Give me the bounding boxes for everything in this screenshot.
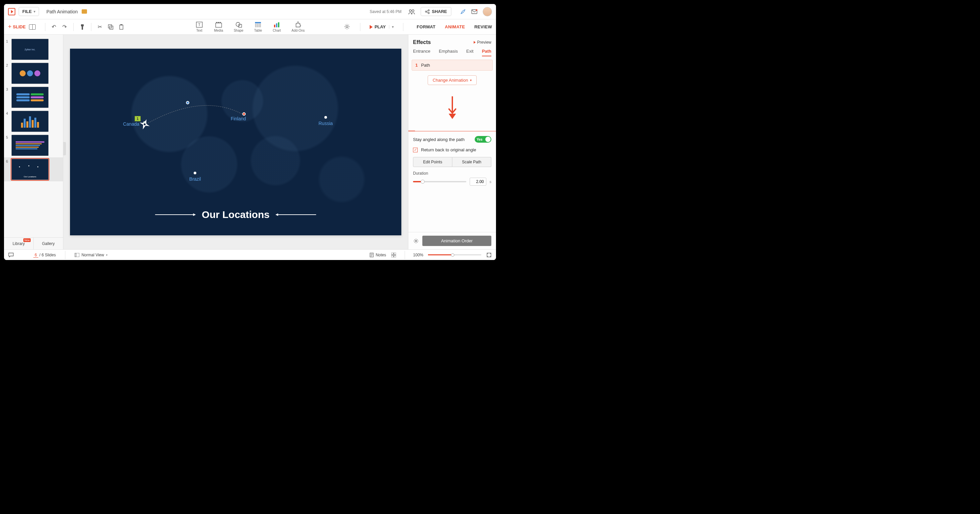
new-badge: New bbox=[23, 238, 31, 242]
settings-icon[interactable] bbox=[344, 24, 351, 30]
zoom-slider[interactable] bbox=[428, 254, 481, 255]
animation-order-button[interactable]: Animation Order bbox=[422, 236, 492, 246]
animation-list-item[interactable]: 1 Path bbox=[412, 60, 493, 71]
tab-exit[interactable]: Exit bbox=[466, 49, 474, 56]
thumbnail-preview: Our Locations bbox=[11, 159, 49, 180]
library-tabs: Library New Gallery bbox=[4, 237, 63, 249]
separator bbox=[65, 251, 65, 259]
tab-entrance[interactable]: Entrance bbox=[413, 49, 430, 56]
preview-button[interactable]: Preview bbox=[474, 40, 492, 45]
insert-tools: T Text Media Shape Table Chart Add-On bbox=[195, 21, 305, 32]
cut-button[interactable]: ✂ bbox=[95, 23, 104, 31]
mail-icon[interactable] bbox=[471, 8, 478, 15]
stay-angled-label: Stay angled along the path bbox=[413, 137, 465, 142]
document-title[interactable]: Path Animation bbox=[46, 9, 78, 14]
scale-path-button[interactable]: Scale Path bbox=[452, 157, 492, 167]
tab-format[interactable]: FORMAT bbox=[417, 24, 435, 29]
panel-resize-handle[interactable] bbox=[63, 142, 66, 155]
svg-rect-27 bbox=[278, 22, 279, 27]
tab-emphasis[interactable]: Emphasis bbox=[439, 49, 458, 56]
thumbnail-item[interactable]: 1 Zylker Inc. bbox=[4, 37, 63, 61]
edit-points-button[interactable]: Edit Points bbox=[413, 157, 452, 167]
right-panel-tabs: FORMAT ANIMATE REVIEW bbox=[417, 24, 492, 29]
svg-rect-7 bbox=[81, 24, 84, 26]
return-angle-checkbox[interactable] bbox=[413, 148, 418, 152]
tab-animate[interactable]: ANIMATE bbox=[445, 24, 465, 29]
slide-canvas[interactable]: Canada Finland Russia Brazil 1 bbox=[70, 49, 401, 235]
file-menu-label: FILE bbox=[22, 9, 32, 14]
tab-review[interactable]: REVIEW bbox=[474, 24, 492, 29]
insert-media-button[interactable]: Media bbox=[214, 21, 223, 32]
svg-point-4 bbox=[428, 12, 430, 14]
tab-path[interactable]: Path bbox=[482, 49, 492, 56]
insert-shape-button[interactable]: Shape bbox=[234, 21, 243, 32]
add-slide-button[interactable]: + SLIDE bbox=[8, 23, 25, 30]
chevron-down-icon: ▾ bbox=[106, 253, 108, 257]
insert-chart-button[interactable]: Chart bbox=[273, 21, 281, 32]
thumbnail-preview bbox=[11, 87, 49, 108]
thumbnail-preview bbox=[11, 63, 49, 84]
thumbnail-item[interactable]: 3 bbox=[4, 85, 63, 109]
thumbnail-item[interactable]: 5 bbox=[4, 133, 63, 158]
thumbnail-item[interactable]: 2 bbox=[4, 61, 63, 85]
chevron-down-icon: ▾ bbox=[470, 78, 472, 82]
collaborators-icon[interactable] bbox=[407, 8, 416, 15]
chevron-down-icon[interactable]: ▾ bbox=[389, 25, 394, 29]
duration-input[interactable] bbox=[470, 178, 486, 186]
svg-rect-32 bbox=[75, 253, 76, 257]
airplane-shape[interactable] bbox=[138, 118, 151, 131]
separator bbox=[403, 23, 403, 31]
stay-angled-toggle[interactable]: Yes bbox=[475, 136, 492, 143]
animation-list: 1 Path bbox=[408, 60, 496, 71]
svg-rect-26 bbox=[276, 23, 277, 27]
duration-label: Duration bbox=[413, 171, 428, 176]
copy-button[interactable] bbox=[107, 23, 115, 31]
decorative-line bbox=[276, 214, 317, 215]
svg-rect-35 bbox=[394, 253, 396, 255]
play-icon bbox=[370, 25, 373, 29]
zoom-level[interactable]: 100% bbox=[413, 253, 423, 257]
comments-icon[interactable] bbox=[8, 252, 14, 258]
fit-to-screen-icon[interactable] bbox=[486, 252, 492, 258]
insert-addons-button[interactable]: Add-Ons bbox=[292, 21, 305, 32]
share-button[interactable]: SHARE bbox=[421, 7, 451, 16]
tab-gallery[interactable]: Gallery bbox=[33, 238, 63, 249]
svg-rect-34 bbox=[391, 253, 393, 255]
separator bbox=[73, 23, 74, 31]
insert-table-button[interactable]: Table bbox=[254, 21, 262, 32]
file-menu[interactable]: FILE ▾ bbox=[19, 7, 39, 16]
slide-thumbnails-panel: 1 Zylker Inc. 2 3 4 bbox=[4, 35, 63, 249]
thumbnail-list[interactable]: 1 Zylker Inc. 2 3 4 bbox=[4, 35, 63, 237]
addons-icon bbox=[294, 21, 302, 28]
layout-icon[interactable] bbox=[29, 24, 36, 30]
current-slide-number[interactable]: 6 bbox=[33, 253, 38, 258]
effect-type-tabs: Entrance Emphasis Exit Path bbox=[408, 49, 496, 60]
user-avatar[interactable] bbox=[483, 7, 492, 16]
world-map-bg bbox=[70, 49, 401, 235]
change-animation-button[interactable]: Change Animation ▾ bbox=[428, 75, 477, 85]
notes-button[interactable]: Notes bbox=[370, 253, 386, 257]
grid-view-icon[interactable] bbox=[391, 252, 397, 258]
notes-icon bbox=[370, 253, 374, 257]
format-painter-button[interactable] bbox=[78, 23, 87, 31]
svg-rect-10 bbox=[110, 26, 113, 29]
tab-library[interactable]: Library New bbox=[4, 238, 33, 249]
svg-point-3 bbox=[425, 11, 427, 12]
path-end-point[interactable] bbox=[242, 112, 246, 116]
status-bar: 6 / 6 Slides Normal View ▾ Notes 100% bbox=[4, 249, 496, 260]
folder-icon[interactable] bbox=[82, 10, 87, 14]
play-button[interactable]: PLAY ▾ bbox=[370, 24, 394, 29]
undo-button[interactable]: ↶ bbox=[50, 23, 58, 31]
path-control-point[interactable] bbox=[186, 101, 189, 104]
panel-settings-icon[interactable] bbox=[413, 238, 419, 244]
thumbnail-item[interactable]: 4 bbox=[4, 109, 63, 133]
total-slides: / 6 Slides bbox=[39, 253, 56, 257]
brush-icon[interactable] bbox=[459, 8, 467, 15]
thumbnail-item[interactable]: 6 Our Locations bbox=[4, 158, 63, 181]
duration-slider[interactable] bbox=[413, 181, 466, 182]
redo-button[interactable]: ↷ bbox=[60, 23, 69, 31]
paste-button[interactable] bbox=[117, 23, 126, 31]
view-mode-selector[interactable]: Normal View ▾ bbox=[75, 253, 108, 257]
svg-rect-16 bbox=[216, 22, 217, 23]
insert-text-button[interactable]: T Text bbox=[195, 21, 203, 32]
